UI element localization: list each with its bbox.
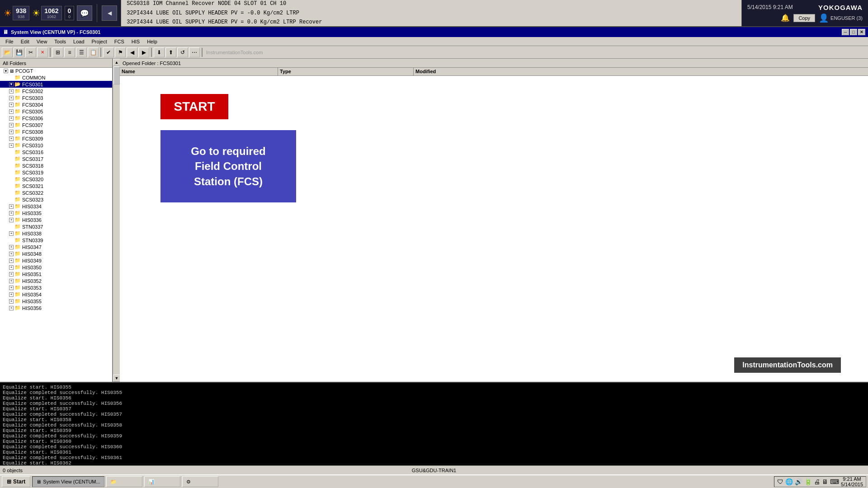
menu-edit[interactable]: Edit [17, 38, 33, 45]
tb-grid[interactable]: ⊞ [52, 47, 63, 57]
minimize-button[interactable]: ─ [842, 29, 849, 35]
menu-load[interactable]: Load [70, 38, 88, 45]
expand-fcs0307[interactable]: + [9, 123, 14, 127]
tb-x[interactable]: ✕ [37, 47, 48, 57]
log-area[interactable]: Equalize start. HIS0355Equalize complete… [0, 382, 868, 465]
menu-fcs[interactable]: FCS [111, 38, 128, 45]
tb-upload[interactable]: ⬆ [165, 47, 176, 57]
expand-his0349[interactable]: + [9, 258, 14, 263]
bell-icon[interactable]: 🔔 [781, 14, 790, 22]
expand-pcogt[interactable]: ▼ [4, 69, 8, 73]
tree-item-fcs0309[interactable]: + 📁 FCS0309 [0, 135, 112, 142]
tree-item-his0350[interactable]: + 📁 HIS0350 [0, 264, 112, 271]
tree-item-scs0320[interactable]: 📁 SCS0320 [0, 176, 112, 183]
taskbar-task-systemview[interactable]: 🖥 System View (CENTUM... [32, 476, 104, 487]
tree-item-fcs0302[interactable]: + 📁 FCS0302 [0, 88, 112, 94]
tree-item-his0355[interactable]: + 📁 HIS0355 [0, 298, 112, 305]
taskbar-task-3[interactable]: 📊 [144, 476, 180, 487]
taskbar-task-2[interactable]: 📁 [106, 476, 142, 487]
tree-item-fcs0307[interactable]: + 📁 FCS0307 [0, 122, 112, 128]
expand-his0355[interactable]: + [9, 299, 14, 304]
tb-details[interactable]: ☰ [76, 47, 87, 57]
tb-check[interactable]: ✔ [103, 47, 114, 57]
tb-cut[interactable]: ✂ [25, 47, 36, 57]
tb-sync[interactable]: ↺ [177, 47, 188, 57]
tree-item-scs0323[interactable]: 📁 SCS0323 [0, 196, 112, 203]
start-taskbar-button[interactable]: ⊞ Start [2, 476, 30, 487]
expand-fcs0308[interactable]: + [9, 130, 14, 134]
tree-item-scs0318[interactable]: 📁 SCS0318 [0, 162, 112, 169]
menu-view[interactable]: View [33, 38, 51, 45]
maximize-button[interactable]: □ [850, 29, 857, 35]
copy-button[interactable]: Copy [793, 14, 815, 22]
tb-more[interactable]: ⋯ [189, 47, 200, 57]
tree-item-his0348[interactable]: + 📁 HIS0348 [0, 250, 112, 257]
tree-item-fcs0308[interactable]: + 📁 FCS0308 [0, 128, 112, 135]
expand-fcs0301[interactable]: ▼ [9, 82, 14, 87]
tree-item-fcs0301[interactable]: ▼ 📂 FCS0301 [0, 81, 112, 88]
expand-his0334[interactable]: + [9, 204, 14, 209]
menu-project[interactable]: Project [88, 38, 111, 45]
tree-item-fcs0303[interactable]: + 📁 FCS0303 [0, 94, 112, 101]
expand-fcs0306[interactable]: + [9, 116, 14, 121]
sidebar-scrollbar[interactable]: ▲ ▼ [113, 59, 120, 382]
scroll-down-arrow[interactable]: ▼ [113, 375, 120, 382]
tree-item-fcs0306[interactable]: + 📁 FCS0306 [0, 115, 112, 122]
tree-item-scs0316[interactable]: 📁 SCS0316 [0, 149, 112, 155]
tree-item-fcs0310[interactable]: + 📁 FCS0310 [0, 142, 112, 149]
expand-his0336[interactable]: + [9, 218, 14, 222]
tree-item-pcogt[interactable]: ▼ 🖥 PCOGT [0, 68, 112, 74]
tree-item-common[interactable]: 📁 COMMON [0, 74, 112, 81]
tree-item-his0347[interactable]: + 📁 HIS0347 [0, 244, 112, 250]
tb-save[interactable]: 💾 [14, 47, 24, 57]
tb-props[interactable]: 📋 [88, 47, 99, 57]
nav-left-icon[interactable]: ◀ [102, 5, 117, 21]
taskbar-task-4[interactable]: ⚙ [182, 476, 218, 487]
expand-fcs0302[interactable]: + [9, 89, 14, 94]
tb-arrow-left[interactable]: ◀ [127, 47, 137, 57]
tree-item-fcs0305[interactable]: + 📁 FCS0305 [0, 108, 112, 115]
tree-item-his0351[interactable]: + 📁 HIS0351 [0, 271, 112, 277]
tree-item-his0335[interactable]: + 📁 HIS0335 [0, 210, 112, 216]
tb-list[interactable]: ≡ [64, 47, 75, 57]
close-button[interactable]: ✕ [858, 29, 865, 35]
expand-fcs0304[interactable]: + [9, 103, 14, 107]
menu-his[interactable]: HIS [128, 38, 143, 45]
expand-his0352[interactable]: + [9, 279, 14, 283]
expand-his0356[interactable]: + [9, 306, 14, 310]
tree-item-fcs0304[interactable]: + 📁 FCS0304 [0, 101, 112, 108]
expand-fcs0305[interactable]: + [9, 109, 14, 114]
tb-flag[interactable]: ⚑ [115, 47, 126, 57]
tree-item-his0354[interactable]: + 📁 HIS0354 [0, 291, 112, 298]
speech-bubble-icon[interactable]: 💬 [77, 5, 92, 21]
tree-item-his0349[interactable]: + 📁 HIS0349 [0, 257, 112, 264]
tree-item-scs0319[interactable]: 📁 SCS0319 [0, 169, 112, 176]
tb-arrow-right[interactable]: ▶ [138, 47, 149, 57]
tree-item-his0334[interactable]: + 📁 HIS0334 [0, 203, 112, 210]
expand-his0347[interactable]: + [9, 245, 14, 249]
expand-his0354[interactable]: + [9, 292, 14, 297]
scroll-up-arrow[interactable]: ▲ [113, 59, 120, 66]
tree-item-stn0339[interactable]: 📁 STN0339 [0, 237, 112, 244]
fcs-button[interactable]: Go to requiredField ControlStation (FCS) [160, 130, 296, 202]
menu-help[interactable]: Help [143, 38, 161, 45]
tree-item-scs0322[interactable]: 📁 SCS0322 [0, 189, 112, 196]
expand-his0353[interactable]: + [9, 286, 14, 290]
start-button[interactable]: START [160, 94, 228, 119]
tree-item-his0356[interactable]: + 📁 HIS0356 [0, 305, 112, 311]
menu-tools[interactable]: Tools [51, 38, 70, 45]
tree-item-stn0337[interactable]: 📁 STN0337 [0, 223, 112, 230]
expand-fcs0309[interactable]: + [9, 136, 14, 141]
expand-fcs0303[interactable]: + [9, 96, 14, 100]
tb-open[interactable]: 📂 [2, 47, 13, 57]
expand-fcs0310[interactable]: + [9, 143, 14, 148]
tree-item-his0336[interactable]: + 📁 HIS0336 [0, 216, 112, 223]
tree-item-his0353[interactable]: + 📁 HIS0353 [0, 284, 112, 291]
tree-item-his0338[interactable]: + 📁 HIS0338 [0, 230, 112, 237]
expand-his0350[interactable]: + [9, 265, 14, 270]
scroll-thumb[interactable] [113, 66, 120, 84]
expand-his0351[interactable]: + [9, 272, 14, 277]
expand-his0338[interactable]: + [9, 231, 14, 236]
tb-download[interactable]: ⬇ [154, 47, 165, 57]
menu-file[interactable]: File [2, 38, 17, 45]
